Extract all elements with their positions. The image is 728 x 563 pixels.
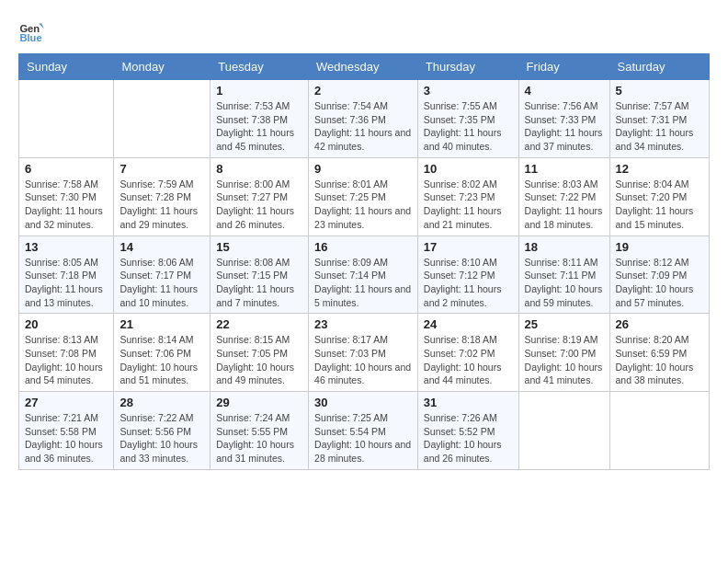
sunrise-text: Sunrise: 7:25 AM — [314, 411, 412, 425]
daylight-text: Daylight: 11 hours and 42 minutes. — [314, 126, 412, 153]
day-number: 21 — [119, 317, 204, 331]
day-info: Sunrise: 7:24 AMSunset: 5:55 PMDaylight:… — [216, 411, 302, 465]
sunrise-text: Sunrise: 8:17 AM — [314, 333, 412, 347]
calendar-week-5: 27Sunrise: 7:21 AMSunset: 5:58 PMDayligh… — [19, 392, 710, 470]
sunset-text: Sunset: 7:17 PM — [119, 269, 204, 282]
calendar-cell: 18Sunrise: 8:11 AMSunset: 7:11 PMDayligh… — [518, 236, 609, 314]
day-info: Sunrise: 8:00 AMSunset: 7:27 PMDaylight:… — [216, 178, 302, 232]
calendar-cell: 16Sunrise: 8:09 AMSunset: 7:14 PMDayligh… — [309, 236, 418, 314]
day-info: Sunrise: 8:04 AMSunset: 7:20 PMDaylight:… — [616, 178, 703, 232]
sunrise-text: Sunrise: 8:03 AM — [525, 178, 604, 191]
sunrise-text: Sunrise: 8:13 AM — [25, 333, 108, 347]
sunrise-text: Sunrise: 7:53 AM — [216, 99, 302, 113]
sunset-text: Sunset: 5:56 PM — [119, 425, 204, 439]
sunset-text: Sunset: 7:27 PM — [216, 190, 302, 204]
day-info: Sunrise: 8:01 AMSunset: 7:25 PMDaylight:… — [314, 178, 412, 232]
sunrise-text: Sunrise: 8:19 AM — [525, 333, 604, 347]
calendar-cell: 17Sunrise: 8:10 AMSunset: 7:12 PMDayligh… — [417, 236, 518, 314]
day-number: 7 — [119, 162, 204, 176]
logo-icon: Gen Blue — [18, 18, 44, 44]
calendar-cell: 3Sunrise: 7:55 AMSunset: 7:35 PMDaylight… — [417, 80, 518, 158]
day-number: 16 — [314, 240, 412, 254]
calendar-cell: 31Sunrise: 7:26 AMSunset: 5:52 PMDayligh… — [417, 392, 518, 470]
day-info: Sunrise: 7:57 AMSunset: 7:31 PMDaylight:… — [616, 99, 703, 154]
sunset-text: Sunset: 7:05 PM — [216, 347, 302, 361]
sunrise-text: Sunrise: 8:15 AM — [216, 333, 302, 347]
daylight-text: Daylight: 10 hours and 31 minutes. — [216, 438, 302, 465]
day-info: Sunrise: 7:21 AMSunset: 5:58 PMDaylight:… — [25, 411, 108, 465]
sunrise-text: Sunrise: 7:54 AM — [314, 99, 412, 113]
sunset-text: Sunset: 7:12 PM — [424, 269, 513, 282]
daylight-text: Daylight: 10 hours and 33 minutes. — [119, 438, 204, 465]
header-day-wednesday: Wednesday — [309, 54, 418, 80]
day-number: 27 — [25, 396, 108, 409]
header-day-thursday: Thursday — [417, 54, 518, 80]
day-number: 26 — [616, 317, 703, 331]
calendar-week-4: 20Sunrise: 8:13 AMSunset: 7:08 PMDayligh… — [19, 314, 710, 392]
calendar-cell: 13Sunrise: 8:05 AMSunset: 7:18 PMDayligh… — [19, 236, 114, 314]
calendar-body: 1Sunrise: 7:53 AMSunset: 7:38 PMDaylight… — [19, 80, 710, 470]
day-number: 24 — [424, 317, 513, 331]
day-number: 4 — [525, 84, 604, 98]
day-info: Sunrise: 8:14 AMSunset: 7:06 PMDaylight:… — [119, 333, 204, 387]
sunset-text: Sunset: 7:36 PM — [314, 113, 412, 127]
sunrise-text: Sunrise: 8:09 AM — [314, 256, 412, 270]
sunset-text: Sunset: 7:35 PM — [424, 113, 513, 127]
daylight-text: Daylight: 10 hours and 26 minutes. — [424, 438, 513, 465]
day-number: 2 — [314, 84, 412, 98]
daylight-text: Daylight: 11 hours and 18 minutes. — [525, 204, 604, 231]
day-info: Sunrise: 8:06 AMSunset: 7:17 PMDaylight:… — [119, 256, 204, 310]
daylight-text: Daylight: 11 hours and 45 minutes. — [216, 126, 302, 153]
sunset-text: Sunset: 7:31 PM — [616, 113, 703, 127]
daylight-text: Daylight: 10 hours and 44 minutes. — [424, 361, 513, 387]
day-info: Sunrise: 8:12 AMSunset: 7:09 PMDaylight:… — [616, 256, 703, 310]
sunset-text: Sunset: 7:20 PM — [616, 190, 703, 204]
daylight-text: Daylight: 11 hours and 13 minutes. — [25, 282, 108, 309]
sunset-text: Sunset: 7:06 PM — [119, 347, 204, 361]
daylight-text: Daylight: 10 hours and 46 minutes. — [314, 361, 412, 387]
day-info: Sunrise: 8:09 AMSunset: 7:14 PMDaylight:… — [314, 256, 412, 310]
day-number: 23 — [314, 317, 412, 331]
day-number: 6 — [25, 162, 108, 176]
svg-marker-2 — [39, 24, 44, 29]
calendar-cell — [609, 392, 709, 470]
day-info: Sunrise: 8:20 AMSunset: 6:59 PMDaylight:… — [616, 333, 703, 387]
sunset-text: Sunset: 6:59 PM — [616, 347, 703, 361]
calendar-cell: 26Sunrise: 8:20 AMSunset: 6:59 PMDayligh… — [609, 314, 709, 392]
day-number: 31 — [424, 396, 513, 409]
daylight-text: Daylight: 11 hours and 26 minutes. — [216, 204, 302, 231]
calendar-cell: 15Sunrise: 8:08 AMSunset: 7:15 PMDayligh… — [210, 236, 309, 314]
sunset-text: Sunset: 7:14 PM — [314, 269, 412, 282]
day-number: 25 — [525, 317, 604, 331]
sunrise-text: Sunrise: 8:08 AM — [216, 256, 302, 270]
calendar-cell: 20Sunrise: 8:13 AMSunset: 7:08 PMDayligh… — [19, 314, 114, 392]
calendar-header: SundayMondayTuesdayWednesdayThursdayFrid… — [19, 54, 710, 80]
day-info: Sunrise: 8:19 AMSunset: 7:00 PMDaylight:… — [525, 333, 604, 387]
day-number: 28 — [119, 396, 204, 409]
calendar-cell — [114, 80, 210, 158]
calendar-cell: 24Sunrise: 8:18 AMSunset: 7:02 PMDayligh… — [417, 314, 518, 392]
sunset-text: Sunset: 7:30 PM — [25, 190, 108, 204]
day-number: 8 — [216, 162, 302, 176]
daylight-text: Daylight: 10 hours and 54 minutes. — [25, 361, 108, 387]
sunrise-text: Sunrise: 7:24 AM — [216, 411, 302, 425]
header-day-sunday: Sunday — [19, 54, 114, 80]
daylight-text: Daylight: 11 hours and 2 minutes. — [424, 282, 513, 309]
calendar-cell: 6Sunrise: 7:58 AMSunset: 7:30 PMDaylight… — [19, 157, 114, 236]
sunset-text: Sunset: 7:25 PM — [314, 190, 412, 204]
day-number: 5 — [616, 84, 703, 98]
day-number: 13 — [25, 240, 108, 254]
sunset-text: Sunset: 7:15 PM — [216, 269, 302, 282]
daylight-text: Daylight: 11 hours and 32 minutes. — [25, 204, 108, 231]
calendar-cell: 27Sunrise: 7:21 AMSunset: 5:58 PMDayligh… — [19, 392, 114, 470]
sunset-text: Sunset: 7:23 PM — [424, 190, 513, 204]
sunrise-text: Sunrise: 8:02 AM — [424, 178, 513, 191]
day-number: 22 — [216, 317, 302, 331]
day-number: 29 — [216, 396, 302, 409]
calendar-week-2: 6Sunrise: 7:58 AMSunset: 7:30 PMDaylight… — [19, 157, 710, 236]
daylight-text: Daylight: 10 hours and 59 minutes. — [525, 282, 604, 309]
sunrise-text: Sunrise: 7:55 AM — [424, 99, 513, 113]
day-info: Sunrise: 8:02 AMSunset: 7:23 PMDaylight:… — [424, 178, 513, 232]
calendar-cell: 10Sunrise: 8:02 AMSunset: 7:23 PMDayligh… — [417, 157, 518, 236]
day-info: Sunrise: 7:54 AMSunset: 7:36 PMDaylight:… — [314, 99, 412, 154]
